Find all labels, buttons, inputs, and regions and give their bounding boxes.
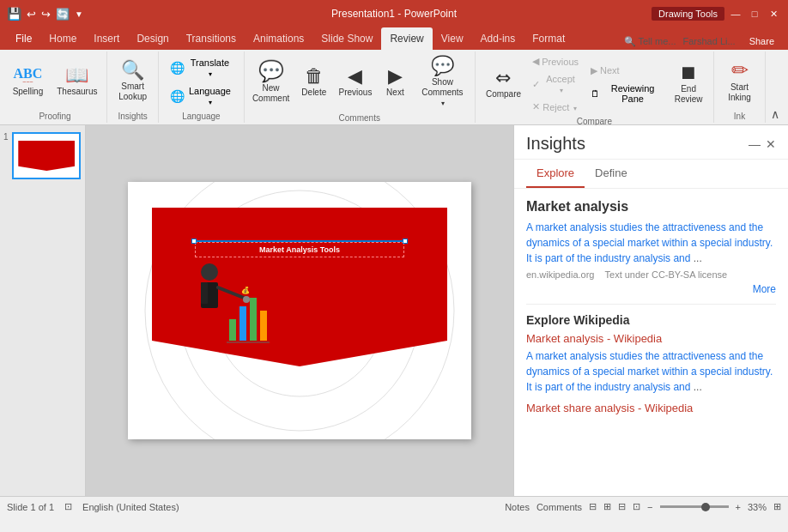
- accept-label: Accept ▾: [543, 74, 579, 94]
- ribbon-group-comments: 💬 NewComment 🗑 Delete ◀ Previous ▶ Next …: [245, 51, 476, 123]
- slide-fit-icon[interactable]: ⊡: [64, 501, 72, 512]
- insights-close-button[interactable]: ✕: [766, 137, 776, 151]
- zoom-minus[interactable]: −: [647, 502, 652, 512]
- slide-canvas[interactable]: @ Market Analysis Tools: [128, 182, 471, 439]
- wiki-link-1-title[interactable]: Market analysis - Wikipedia: [526, 332, 776, 345]
- tab-format[interactable]: Format: [524, 27, 573, 50]
- tab-review[interactable]: Review: [381, 27, 432, 50]
- repeat-icon[interactable]: 🔄: [56, 8, 70, 21]
- svg-point-10: [243, 296, 250, 303]
- language-buttons: 🌐 Translate ▾ 🌐 Language ▾: [166, 53, 237, 110]
- wiki-link-2: Market share analysis - Wikipedia: [526, 402, 776, 414]
- accept-icon: ✓: [532, 79, 540, 90]
- comments-label: Comments: [339, 113, 380, 123]
- notes-button[interactable]: Notes: [505, 502, 530, 512]
- tab-explore[interactable]: Explore: [526, 160, 585, 188]
- zoom-plus[interactable]: +: [736, 502, 741, 512]
- language-indicator: English (United States): [82, 502, 179, 512]
- market-analysis-section: Market analysis A market analysis studie…: [526, 199, 776, 295]
- delete-comment-button[interactable]: 🗑 Delete: [297, 63, 330, 101]
- tab-define[interactable]: Define: [585, 160, 638, 188]
- insights-title: Insights: [526, 134, 585, 154]
- tab-addins[interactable]: Add-ins: [472, 27, 524, 50]
- undo-icon[interactable]: ↩: [27, 8, 36, 21]
- minimize-button[interactable]: —: [728, 6, 743, 21]
- wiki-link-2-title[interactable]: Market share analysis - Wikipedia: [526, 402, 776, 414]
- tab-view[interactable]: View: [433, 27, 472, 50]
- maximize-button[interactable]: □: [747, 6, 762, 21]
- language-label: Language ▾: [187, 86, 233, 106]
- slide-thumbnail-1[interactable]: [12, 132, 81, 179]
- previous-comment-button[interactable]: ◀ Previous: [335, 63, 377, 101]
- zoom-slider[interactable]: [660, 505, 729, 508]
- share-button[interactable]: Share: [743, 34, 781, 48]
- status-bar-right: Notes Comments ⊟ ⊞ ⊟ ⊡ − + 33% ⊞: [505, 501, 781, 512]
- reject-button[interactable]: ✕ Reject ▾: [528, 99, 583, 115]
- next-change-button[interactable]: ▶ Next: [586, 63, 667, 79]
- view-grid-icon[interactable]: ⊞: [603, 501, 611, 512]
- insights-divider-1: [526, 304, 776, 305]
- insights-collapse-button[interactable]: —: [749, 137, 761, 151]
- start-inking-button[interactable]: ✏ StartInking: [723, 57, 756, 106]
- next-comment-button[interactable]: ▶ Next: [379, 63, 410, 101]
- show-comments-icon: 💬: [431, 57, 454, 76]
- next-change-label: Next: [600, 65, 620, 76]
- compare-button[interactable]: ⇔ Compare: [482, 65, 524, 103]
- smart-lookup-button[interactable]: 🔍 SmartLookup: [113, 57, 152, 106]
- thesaurus-button[interactable]: 📖 Thesaurus: [52, 63, 102, 100]
- fit-to-window-icon[interactable]: ⊞: [773, 501, 781, 512]
- accept-button[interactable]: ✓ Accept ▾: [528, 71, 583, 97]
- view-reading-icon[interactable]: ⊟: [618, 501, 626, 512]
- svg-line-9: [218, 287, 244, 298]
- tab-transitions[interactable]: Transitions: [178, 27, 245, 50]
- redo-icon[interactable]: ↪: [41, 8, 51, 21]
- previous-change-icon: ◀: [532, 56, 539, 67]
- tell-me-input[interactable]: 🔍 Tell me...: [624, 36, 676, 47]
- end-review-icon: ⏹: [679, 63, 698, 82]
- slide-number-1: 1: [3, 132, 9, 142]
- spelling-button[interactable]: ABC ~~~ Spelling: [8, 63, 49, 100]
- slide-image-svg: 💰: [179, 255, 274, 349]
- close-button[interactable]: ✕: [766, 6, 781, 21]
- show-comments-button[interactable]: 💬 ShowComments ▾: [414, 53, 470, 112]
- reviewing-pane-icon: 🗒: [591, 88, 600, 99]
- spelling-label: Spelling: [13, 87, 44, 97]
- view-normal-icon[interactable]: ⊟: [589, 501, 597, 512]
- explore-wikipedia-section: Explore Wikipedia Market analysis - Wiki…: [526, 313, 776, 414]
- svg-rect-12: [229, 319, 236, 341]
- previous-change-button[interactable]: ◀ Previous: [528, 53, 583, 70]
- tab-home[interactable]: Home: [40, 27, 85, 50]
- customize-arrow[interactable]: ▼: [75, 9, 83, 19]
- spelling-underline: ~~~: [22, 79, 33, 85]
- zoom-thumb: [701, 503, 710, 511]
- market-analysis-title: Market analysis: [526, 199, 776, 215]
- more-link[interactable]: More: [526, 283, 776, 295]
- view-slideshow-icon[interactable]: ⊡: [633, 501, 640, 512]
- ribbon: ABC ~~~ Spelling 📖 Thesaurus Proofing 🔍 …: [0, 50, 788, 125]
- tab-slideshow[interactable]: Slide Show: [312, 27, 381, 50]
- new-comment-icon: 💬: [258, 61, 284, 82]
- wiki-link-1: Market analysis - Wikipedia A market ana…: [526, 332, 776, 395]
- proofing-label: Proofing: [39, 112, 70, 121]
- language-label: Language: [182, 112, 221, 121]
- save-icon[interactable]: 💾: [7, 7, 21, 21]
- new-comment-button[interactable]: 💬 NewComment: [248, 57, 294, 107]
- delete-comment-label: Delete: [301, 88, 326, 98]
- tab-insert[interactable]: Insert: [85, 27, 128, 50]
- smart-lookup-label: SmartLookup: [118, 82, 147, 102]
- comments-button[interactable]: Comments: [536, 502, 582, 512]
- tab-animations[interactable]: Animations: [245, 27, 312, 50]
- status-bar: Slide 1 of 1 ⊡ English (United States) N…: [0, 496, 788, 517]
- ribbon-collapse-button[interactable]: ∧: [766, 106, 785, 123]
- ribbon-tabs: File Home Insert Design Transitions Anim…: [0, 27, 788, 50]
- tab-design[interactable]: Design: [128, 27, 177, 50]
- end-review-button[interactable]: ⏹ EndReview: [670, 60, 706, 108]
- tab-file[interactable]: File: [7, 27, 40, 50]
- translate-button[interactable]: 🌐 Translate ▾: [166, 55, 237, 81]
- reviewing-pane-button[interactable]: 🗒 Reviewing Pane: [586, 81, 667, 106]
- user-account[interactable]: Farshad Li...: [683, 36, 736, 46]
- language-button[interactable]: 🌐 Language ▾: [166, 83, 237, 109]
- drawing-tools-label: Drawing Tools: [652, 7, 724, 21]
- svg-rect-15: [260, 311, 267, 341]
- proofing-buttons: ABC ~~~ Spelling 📖 Thesaurus: [8, 53, 103, 110]
